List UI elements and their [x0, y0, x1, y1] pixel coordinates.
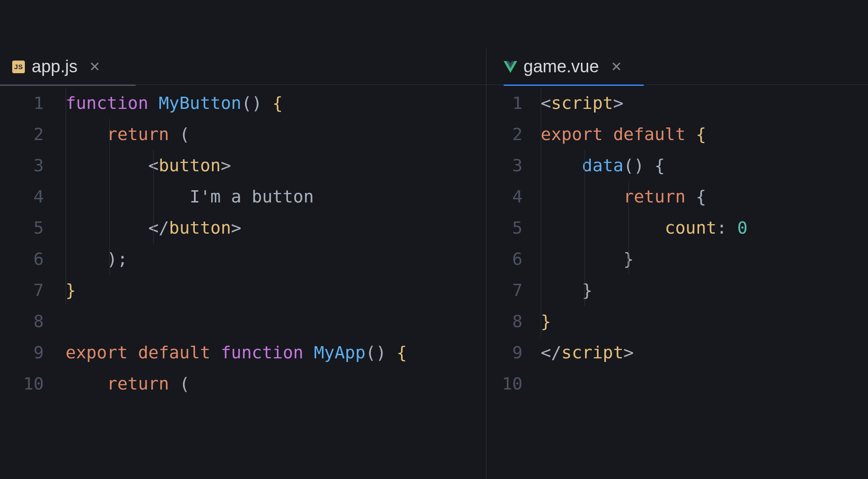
code-line: ); — [66, 244, 407, 275]
code-line: return ( — [66, 119, 407, 150]
code-line: export default { — [541, 119, 748, 150]
code-line: return { — [541, 181, 748, 212]
close-icon[interactable]: ✕ — [89, 59, 100, 75]
line-number: 9 — [0, 337, 44, 368]
code-line: } — [66, 275, 407, 306]
indent-guide — [153, 150, 154, 244]
code-line: export default function MyApp() { — [66, 337, 407, 368]
line-number: 9 — [486, 337, 523, 368]
line-number: 7 — [0, 275, 44, 306]
line-number: 4 — [486, 181, 523, 212]
code-line: <button> — [66, 150, 407, 181]
code-lines[interactable]: <script> export default { data() { retur… — [541, 88, 748, 479]
code-line: } — [541, 306, 748, 337]
line-number: 7 — [486, 275, 523, 306]
line-number: 1 — [486, 88, 523, 119]
vue-file-icon — [504, 60, 517, 74]
code-line: return ( — [66, 368, 407, 399]
code-line: </script> — [541, 337, 748, 368]
code-line: } — [541, 275, 748, 306]
indent-guide — [66, 88, 66, 305]
line-number: 5 — [0, 212, 44, 244]
line-number-gutter: 1 2 3 4 5 6 7 8 9 10 — [486, 88, 541, 479]
code-lines[interactable]: function MyButton() { return ( <button> … — [66, 88, 407, 479]
tabbar-right: game.vue ✕ — [486, 49, 868, 85]
code-line: I'm a button — [66, 181, 407, 212]
tab-game-vue[interactable]: game.vue ✕ — [486, 49, 635, 85]
line-number: 8 — [0, 306, 44, 337]
line-number: 5 — [486, 212, 523, 244]
line-number: 1 — [0, 88, 44, 119]
line-number: 3 — [486, 150, 523, 181]
indent-guide — [585, 150, 585, 306]
code-line: </button> — [66, 212, 407, 244]
line-number: 6 — [0, 244, 44, 275]
tab-app-js[interactable]: JS app.js ✕ — [0, 49, 113, 85]
line-number: 10 — [486, 368, 523, 399]
close-icon[interactable]: ✕ — [611, 59, 622, 75]
code-line — [66, 306, 407, 337]
line-number: 3 — [0, 150, 44, 181]
code-line: function MyButton() { — [66, 88, 407, 119]
tab-filename: app.js — [32, 57, 77, 76]
editor-split: JS app.js ✕ 1 2 3 4 5 6 7 8 9 10 — [0, 0, 868, 479]
code-line: <script> — [541, 88, 748, 119]
line-number: 2 — [486, 119, 523, 150]
indent-guide — [628, 181, 629, 275]
indent-guide — [109, 119, 110, 275]
code-line: data() { — [541, 150, 748, 181]
line-number-gutter: 1 2 3 4 5 6 7 8 9 10 — [0, 88, 66, 479]
editor-pane-right: game.vue ✕ 1 2 3 4 5 6 7 8 9 10 <scri — [486, 49, 868, 479]
line-number: 10 — [0, 368, 44, 399]
line-number: 6 — [486, 244, 523, 275]
editor-pane-left: JS app.js ✕ 1 2 3 4 5 6 7 8 9 10 — [0, 49, 486, 479]
js-file-icon: JS — [12, 60, 25, 74]
line-number: 4 — [0, 181, 44, 212]
line-number: 8 — [486, 306, 523, 337]
code-area-right[interactable]: 1 2 3 4 5 6 7 8 9 10 <script> export def… — [486, 85, 868, 479]
code-area-left[interactable]: 1 2 3 4 5 6 7 8 9 10 function MyButton()… — [0, 85, 486, 479]
line-number: 2 — [0, 119, 44, 150]
code-line: count: 0 — [541, 212, 748, 244]
code-line — [541, 368, 748, 399]
indent-guide — [541, 88, 541, 337]
cursor — [415, 343, 426, 365]
code-line: } — [541, 244, 748, 275]
tabbar-left: JS app.js ✕ — [0, 49, 486, 85]
tab-filename: game.vue — [524, 57, 599, 76]
